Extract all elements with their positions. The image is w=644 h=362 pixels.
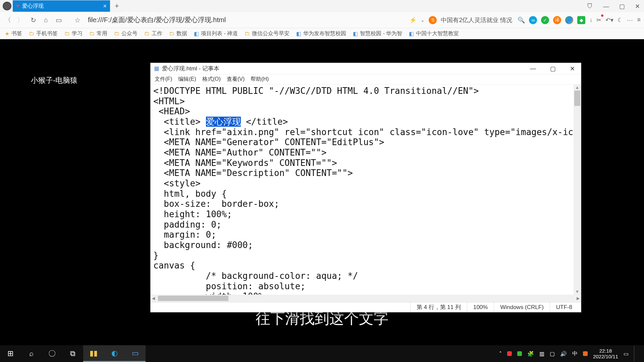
cortana-button[interactable]: 〇 (42, 345, 62, 362)
notepad-textarea[interactable]: <!DOCTYPE HTML PUBLIC "-//W3C//DTD HTML … (151, 84, 574, 295)
bookmark-item[interactable]: 🗀手机书签 (29, 30, 58, 37)
notepad-icon: ▦ (154, 65, 159, 72)
bookmark-item[interactable]: 🗀学习 (64, 30, 83, 37)
ime-indicator[interactable]: 中 (572, 350, 578, 357)
bookmark-item[interactable]: ◧华为发布智慧校园 (296, 30, 346, 37)
taskbar-clock[interactable]: 22:18 2022/10/11 (593, 348, 618, 360)
menu-icon[interactable]: ≡ (637, 16, 641, 23)
corner-author-text: 小猴子-电脑猿 (31, 75, 77, 85)
close-window-button[interactable]: ✕ (633, 2, 642, 11)
window-controls: ⛉ — ▢ ✕ (585, 2, 642, 11)
notifications-icon[interactable]: ▭ (624, 351, 629, 357)
bookmark-item[interactable]: ◧智慧校园 - 华为智 (353, 30, 402, 37)
bookmark-item[interactable]: 🗀常用 (89, 30, 107, 37)
bookmark-label: 项目列表 - 禅道 (201, 30, 238, 37)
close-tab-icon[interactable]: × (103, 3, 107, 10)
volume-icon[interactable]: 🔊 (560, 351, 567, 357)
menu-format[interactable]: 格式(O) (202, 76, 221, 83)
tray-icon-wechat[interactable] (517, 351, 522, 356)
sogou-icon[interactable]: S (429, 16, 437, 24)
bookmark-item[interactable]: ◧中国十大智慧教室 (409, 30, 459, 37)
menu-help[interactable]: 帮助(H) (251, 76, 269, 83)
undo-icon[interactable]: ↶▾ (605, 16, 613, 24)
home-button[interactable]: ⌂ (42, 16, 50, 24)
network-icon[interactable]: ▢ (550, 351, 555, 357)
folder-icon: 🗀 (169, 31, 174, 37)
start-button[interactable]: ⊞ (0, 345, 21, 362)
battery-icon[interactable]: ▥ (539, 351, 544, 357)
search-hint[interactable]: 中国有2亿人灵活就业 情况 (441, 16, 512, 24)
bookmark-item[interactable]: ★书签 (5, 30, 22, 37)
notepad-minimize-button[interactable]: — (527, 65, 539, 72)
toolbar-right: ⚡ ⌄ S 中国有2亿人灵活就业 情况 🔍 ∞ ✓ 译 🌐 ◆ ↓ ✂ ↶▾ ☾… (409, 16, 641, 24)
ext-icon-2[interactable]: ✓ (541, 16, 549, 24)
bookmark-item[interactable]: 🗀公众号 (114, 30, 138, 37)
menu-view[interactable]: 查看(V) (227, 76, 245, 83)
ext-icon-1[interactable]: ∞ (529, 16, 537, 24)
bookmark-item[interactable]: 🗀数据 (169, 30, 187, 37)
file-explorer-taskbar[interactable]: ▮▮ (83, 345, 104, 362)
page-icon: ◧ (296, 31, 301, 37)
notepad-vertical-scrollbar[interactable]: ▲ ▼ (574, 84, 581, 295)
scroll-thumb-vertical[interactable] (574, 90, 580, 106)
back-button[interactable]: 〈 (3, 15, 12, 24)
scroll-down-icon[interactable]: ▼ (574, 289, 581, 294)
bolt-icon[interactable]: ⚡ (409, 16, 417, 24)
notepad-titlebar[interactable]: ▦ 爱心浮现.html - 记事本 — ▢ ✕ (151, 63, 581, 74)
tray-icon-red[interactable] (507, 351, 512, 356)
page-icon: ◧ (353, 31, 358, 37)
notepad-close-button[interactable]: ✕ (567, 65, 578, 72)
notepad-maximize-button[interactable]: ▢ (547, 65, 558, 72)
show-desktop-button[interactable] (634, 346, 641, 361)
moon-icon[interactable]: ☾ (618, 16, 623, 24)
chevron-down-icon[interactable]: ⌄ (421, 17, 425, 23)
task-view-button[interactable]: ⧉ (62, 345, 83, 362)
clock-date: 2022/10/11 (593, 354, 618, 359)
folder-icon: 🗀 (29, 31, 34, 37)
new-tab-button[interactable]: + (115, 2, 119, 10)
download-icon[interactable]: ↓ (589, 16, 592, 23)
notepad-taskbar[interactable]: ▭ (125, 345, 146, 362)
browser-tab-active[interactable]: ♥ 爱心浮现 × (13, 0, 110, 12)
more-icon[interactable]: ⋯ (627, 16, 633, 24)
scroll-left-icon[interactable]: ◀ (151, 296, 156, 301)
bookmark-label: 常用 (97, 30, 107, 37)
status-zoom: 100% (467, 302, 494, 312)
browser-chrome: ♥ 爱心浮现 × + ⛉ — ▢ ✕ 〈 〉 ↻ ⌂ ▭ ☆ file:///F… (0, 0, 644, 39)
bookmark-label: 华为发布智慧校园 (303, 30, 346, 37)
forward-button[interactable]: 〉 (16, 15, 25, 24)
shield-icon[interactable]: ⛉ (585, 2, 595, 11)
profile-avatar[interactable] (3, 2, 11, 10)
maximize-button[interactable]: ▢ (617, 2, 627, 11)
scroll-thumb-horizontal[interactable] (158, 296, 228, 301)
scroll-up-icon[interactable]: ▲ (574, 85, 581, 90)
search-icon[interactable]: 🔍 (518, 16, 525, 24)
bookmark-item[interactable]: 🗀工作 (144, 30, 162, 37)
bookmark-label: 公众号 (121, 30, 138, 37)
notepad-title: 爱心浮现.html - 记事本 (162, 65, 219, 72)
tray-icon-sogou[interactable] (583, 351, 588, 356)
search-button[interactable]: ⌕ (21, 345, 42, 362)
bookmark-label: 书签 (11, 30, 22, 37)
reader-icon[interactable]: ▭ (54, 16, 63, 24)
folder-icon: 🗀 (245, 31, 250, 37)
tray-icon-misc[interactable]: 🧩 (527, 351, 534, 357)
page-icon: ◧ (409, 31, 414, 37)
reload-button[interactable]: ↻ (29, 16, 38, 24)
minimize-button[interactable]: — (601, 2, 611, 11)
scroll-right-icon[interactable]: ▶ (575, 296, 581, 301)
globe-icon[interactable]: 🌐 (565, 16, 573, 24)
browser-taskbar[interactable]: ◐ (104, 345, 125, 362)
url-input[interactable]: file:///F:/桌面/爱心表白/爱心浮现/爱心浮现.html (86, 14, 405, 26)
tray-chevron-icon[interactable]: ˄ (499, 351, 502, 357)
notepad-horizontal-scrollbar[interactable]: ◀ ▶ (151, 295, 581, 302)
bookmark-label: 中国十大智慧教室 (416, 30, 459, 37)
menu-edit[interactable]: 编辑(E) (178, 76, 196, 83)
adblock-icon[interactable]: ◆ (577, 16, 585, 24)
translate-icon[interactable]: 译 (553, 16, 561, 24)
scissors-icon[interactable]: ✂ (596, 16, 601, 24)
menu-file[interactable]: 文件(F) (155, 76, 172, 83)
bookmark-item[interactable]: ◧项目列表 - 禅道 (194, 30, 238, 37)
favorite-icon[interactable]: ☆ (73, 16, 82, 24)
bookmark-item[interactable]: 🗀微信公众号早安 (245, 30, 289, 37)
